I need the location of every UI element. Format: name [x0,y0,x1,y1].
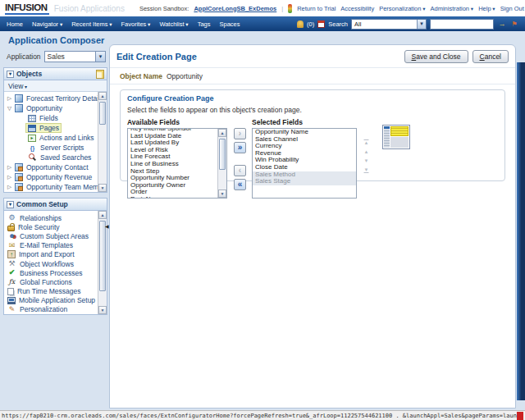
common-setup-item[interactable]: Relationships [7,213,96,222]
available-fields-scrollbar [217,129,226,198]
save-and-close-button[interactable]: Save and Close [404,50,468,63]
objects-panel-header[interactable]: ▾ Objects [4,68,107,80]
tree-item[interactable]: Actions and Links [6,133,96,143]
cube-icon [15,104,23,112]
notifications-bell-icon[interactable] [297,21,304,28]
expand-toggle-icon[interactable] [6,174,13,180]
tree-toolbar: View [4,80,107,92]
application-label: Application [7,52,41,61]
panel-splitter-collapse[interactable]: ◀ [105,223,109,229]
nav-item[interactable]: Recent Items [71,21,112,28]
common-setup-item[interactable]: Import and Export [7,250,96,259]
nav-item[interactable]: Navigator [32,21,62,28]
chevron-down-icon[interactable]: ▼ [417,20,426,29]
move-to-bottom-button[interactable] [362,167,371,173]
advanced-search-icon[interactable]: ⚑ [510,19,518,29]
common-setup-item[interactable]: Custom Subject Areas [7,231,96,240]
lock-icon [7,226,15,231]
mobile-icon [7,297,16,304]
global-link[interactable]: Help [478,5,495,12]
common-setup-item[interactable]: Role Security [7,222,96,231]
tree-item[interactable]: Opportunity Contact [6,162,96,172]
common-setup-header[interactable]: ▾ Common Setup [4,199,107,211]
product-name: Fusion Applications [54,4,125,13]
tree-item[interactable]: Opportunity Revenue [6,172,96,182]
scroll-up-button[interactable] [98,211,107,219]
move-down-button[interactable] [362,158,371,164]
session-sandbox-link[interactable]: ApplCoreLongSB_ExDemos [194,5,276,12]
configure-creation-page-box: Configure Creation Page Select the field… [120,89,505,181]
object-name-value: Opportunity [167,72,203,80]
notification-count: (0) [307,21,314,28]
objects-panel: ▾ Objects View Forecast [3,67,107,193]
nav-item[interactable]: Home [7,21,23,28]
preview-body-region [390,137,409,148]
move-all-right-button[interactable] [234,142,246,153]
scroll-down-button[interactable] [98,184,107,192]
tree-item[interactable]: Opportunity [6,103,96,113]
expand-toggle-icon[interactable] [6,164,13,171]
expand-toggle-icon[interactable] [6,184,13,190]
expand-toggle-icon[interactable] [6,105,13,112]
move-left-button[interactable] [234,165,246,176]
global-link[interactable]: Return to Trial [297,5,336,12]
tree-item[interactable]: Server Scripts [6,143,96,153]
expand-toggle-icon[interactable] [6,95,13,102]
scrollbar-thumb[interactable] [99,221,106,291]
common-setup-item[interactable]: Object Workflows [7,259,96,268]
global-bar: INFUSION Fusion Applications Session San… [0,0,525,16]
move-to-top-button[interactable] [362,139,371,146]
tree-item[interactable]: Saved Searches [6,153,96,162]
scrollbar-thumb[interactable] [99,102,106,125]
search-input[interactable] [430,19,494,30]
collapse-icon[interactable]: ▾ [7,201,14,208]
search-label: Search [328,21,348,28]
main-header: Edit Creation Page Save and Close Cancel [110,45,515,68]
cube-rel-icon [15,173,23,181]
scroll-up-button[interactable] [98,92,107,100]
scrollbar-thumb[interactable] [219,139,226,170]
preview-sidebar-region [384,126,390,148]
move-all-left-button[interactable] [234,179,246,190]
global-link[interactable]: Administration [431,5,474,12]
chevron-down-icon[interactable]: ▼ [95,52,105,62]
global-link[interactable]: Accessibility [340,5,374,12]
common-setup-item[interactable]: Personalization [7,305,96,314]
nav-item[interactable]: Favorites [121,21,150,28]
common-setup-item[interactable]: E-Mail Templates [7,241,96,250]
search-scope-select[interactable]: All ▼ [351,19,427,30]
nav-item[interactable]: Watchlist [159,21,188,28]
tree-item[interactable]: Fields [6,113,96,123]
search-go-button[interactable]: → [497,19,507,29]
infusion-logo: INFUSION [5,2,49,15]
view-menu-button[interactable]: View [8,82,27,90]
common-setup-item[interactable]: Mobile Application Setup [7,296,96,305]
available-field-option[interactable]: PartyName [128,196,217,199]
global-link[interactable]: Personalization [379,5,425,12]
application-value: Sales [48,52,65,61]
reorder-buttons [362,139,371,173]
scroll-down-button[interactable] [218,189,226,198]
move-up-button[interactable] [362,148,371,155]
nav-item[interactable]: Spaces [219,21,240,28]
common-setup-item[interactable]: Global Functions [7,277,96,286]
scroll-up-button[interactable] [218,129,226,137]
cancel-button[interactable]: Cancel [472,50,509,63]
tree-item[interactable]: Forecast Territory Details [6,94,96,103]
global-link[interactable]: Sign Out [500,5,524,12]
move-right-button[interactable] [234,128,246,139]
object-name-row: Object Name Opportunity [110,68,515,84]
page-layout-preview [382,125,410,149]
application-select[interactable]: Sales ▼ [44,51,106,62]
application-window: INFUSION Fusion Applications Session San… [0,0,525,420]
objects-header-label: Objects [16,70,42,78]
collapse-icon[interactable]: ▾ [7,71,14,78]
common-setup-item[interactable]: Business Processes [7,268,96,277]
tree-item[interactable]: Pages [6,123,96,133]
edit-object-icon[interactable] [96,70,104,79]
nav-item[interactable]: Tags [198,21,211,28]
calendar-icon[interactable] [317,21,325,28]
tree-item[interactable]: Opportunity Team Member [6,182,96,192]
common-setup-item[interactable]: Run Time Messages [7,287,96,296]
scroll-down-button[interactable] [98,306,107,314]
